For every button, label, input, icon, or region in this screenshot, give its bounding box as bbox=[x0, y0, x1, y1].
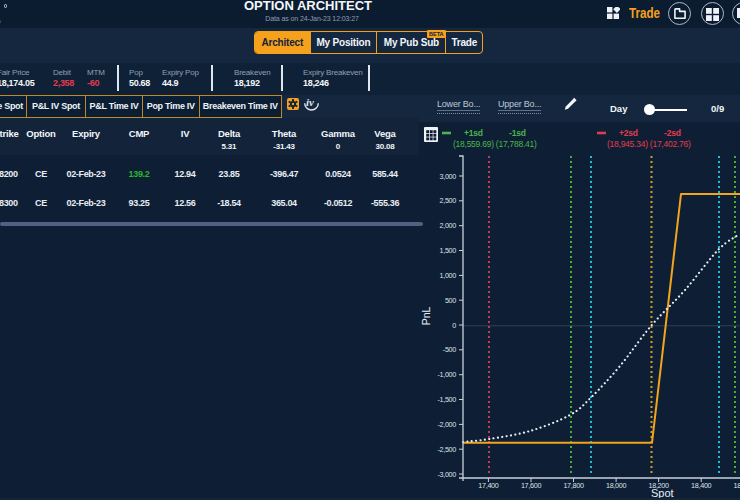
svg-text:+1sd: +1sd bbox=[464, 128, 483, 138]
svg-text:2,000: 2,000 bbox=[440, 221, 457, 230]
svg-text:1,000: 1,000 bbox=[440, 271, 457, 280]
svg-text:Spot: Spot bbox=[651, 487, 674, 499]
svg-text:18,000: 18,000 bbox=[606, 481, 626, 490]
svg-text:-2sd: -2sd bbox=[664, 128, 681, 138]
svg-text:3,000: 3,000 bbox=[440, 172, 457, 181]
svg-text:500: 500 bbox=[445, 296, 456, 305]
svg-text:PnL: PnL bbox=[420, 307, 432, 326]
svg-text:-2,000: -2,000 bbox=[437, 420, 456, 429]
svg-text:2,500: 2,500 bbox=[440, 196, 457, 205]
svg-text:18,400: 18,400 bbox=[691, 481, 711, 490]
svg-text:-1,000: -1,000 bbox=[437, 370, 456, 379]
svg-text:18,600: 18,600 bbox=[734, 481, 740, 490]
svg-text:-500: -500 bbox=[443, 345, 456, 354]
svg-text:1,500: 1,500 bbox=[440, 246, 457, 255]
svg-text:(18,559.69) (17,788.41): (18,559.69) (17,788.41) bbox=[453, 139, 537, 149]
svg-text:0: 0 bbox=[452, 321, 456, 330]
svg-text:17,800: 17,800 bbox=[563, 481, 583, 490]
svg-text:(18,945.34) (17,402.76): (18,945.34) (17,402.76) bbox=[607, 139, 691, 149]
svg-text:-1sd: -1sd bbox=[509, 128, 526, 138]
svg-text:-3,000: -3,000 bbox=[437, 470, 456, 479]
svg-text:17,400: 17,400 bbox=[478, 481, 498, 490]
svg-text:-1,500: -1,500 bbox=[437, 395, 456, 404]
svg-text:+2sd: +2sd bbox=[619, 128, 638, 138]
svg-text:17,600: 17,600 bbox=[521, 481, 541, 490]
svg-text:-2,500: -2,500 bbox=[437, 445, 456, 454]
svg-text:iv: iv bbox=[306, 96, 314, 108]
